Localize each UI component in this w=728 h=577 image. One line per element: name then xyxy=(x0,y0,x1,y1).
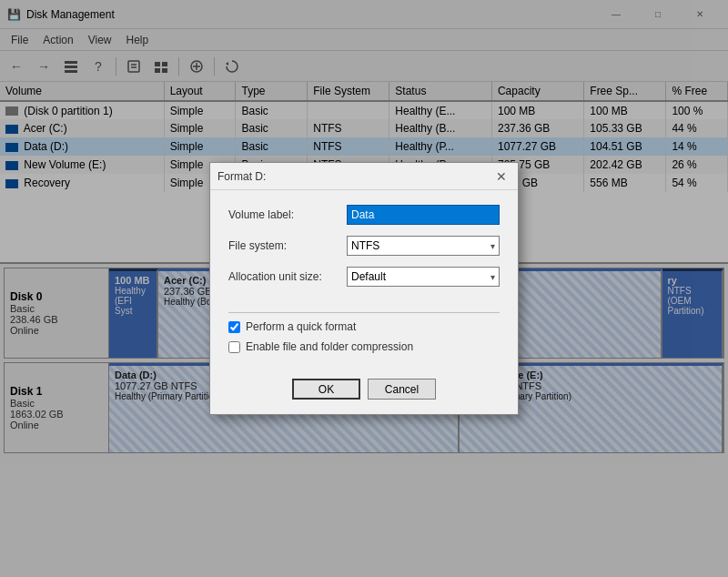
compression-checkbox[interactable] xyxy=(228,341,240,353)
ok-button[interactable]: OK xyxy=(292,379,360,400)
compression-row: Enable file and folder compression xyxy=(228,340,500,353)
modal-close-button[interactable]: ✕ xyxy=(492,167,511,186)
quick-format-label: Perform a quick format xyxy=(246,320,356,333)
modal-separator xyxy=(228,312,500,313)
modal-title: Format D: xyxy=(217,170,266,183)
filesystem-row: File system: NTFS xyxy=(228,236,500,256)
quick-format-row: Perform a quick format xyxy=(228,320,500,333)
allocation-label: Allocation unit size: xyxy=(228,270,347,283)
filesystem-select[interactable]: NTFS xyxy=(347,236,500,256)
volume-label-row: Volume label: xyxy=(228,205,500,225)
filesystem-label: File system: xyxy=(228,239,347,252)
modal-buttons: OK Cancel xyxy=(210,368,518,414)
modal-overlay: Format D: ✕ Volume label: File system: N… xyxy=(0,0,728,577)
filesystem-value: NTFS xyxy=(351,239,379,252)
quick-format-checkbox[interactable] xyxy=(228,321,240,333)
modal-titlebar: Format D: ✕ xyxy=(210,163,518,190)
allocation-select[interactable]: Default xyxy=(347,267,500,287)
compression-label: Enable file and folder compression xyxy=(246,340,413,353)
volume-label-input[interactable] xyxy=(347,205,500,225)
cancel-button[interactable]: Cancel xyxy=(368,379,436,400)
volume-label-label: Volume label: xyxy=(228,208,347,221)
allocation-row: Allocation unit size: Default xyxy=(228,267,500,287)
format-dialog: Format D: ✕ Volume label: File system: N… xyxy=(209,162,519,415)
modal-body: Volume label: File system: NTFS Allocati… xyxy=(210,190,518,312)
allocation-value: Default xyxy=(351,270,386,283)
checkbox-area: Perform a quick format Enable file and f… xyxy=(210,320,518,368)
